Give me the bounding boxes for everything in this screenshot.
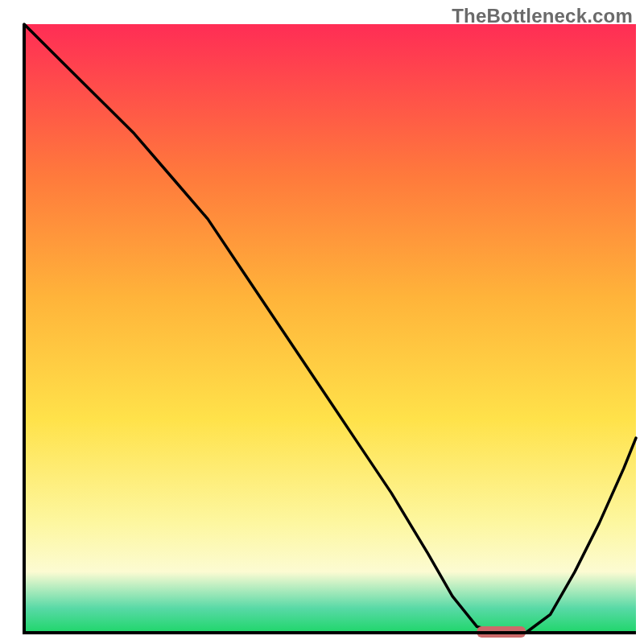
chart-svg xyxy=(0,0,644,644)
chart-stage: TheBottleneck.com xyxy=(0,0,644,644)
watermark-text: TheBottleneck.com xyxy=(452,5,633,27)
